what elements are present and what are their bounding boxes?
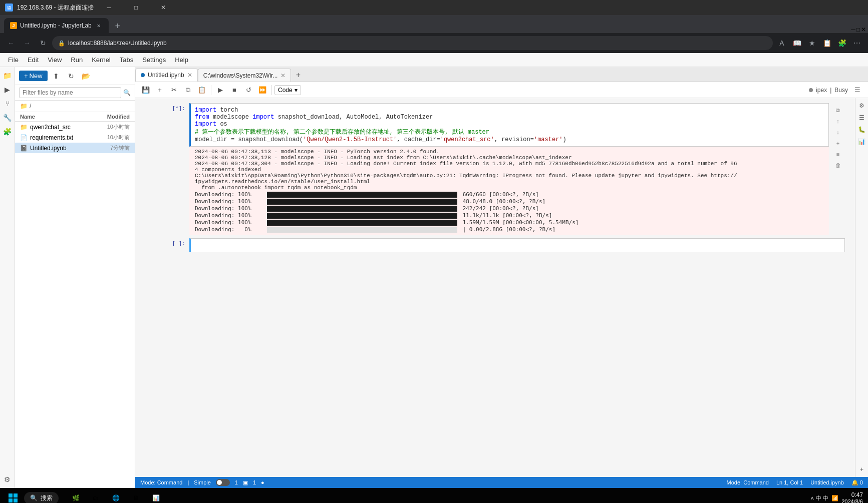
sidebar-ext-icon[interactable]: 🧩 (1, 125, 14, 138)
sidebar-settings-icon[interactable]: ⚙ (1, 473, 14, 486)
nb-tab-untitled[interactable]: Untitled.ipynb ✕ (135, 69, 198, 82)
rdp-maximize[interactable]: □ (125, 0, 148, 15)
browser-tab-active[interactable]: J Untitled.ipynb - JupyterLab ✕ (4, 18, 109, 33)
filter-button[interactable]: ≡ (833, 149, 843, 159)
dl-line-1: Downloading: 100% 660/660 [00:00<?, ?B/s… (195, 191, 825, 198)
interrupt-button[interactable]: ■ (228, 84, 241, 97)
add-below-button[interactable]: + (833, 138, 843, 148)
taskbar-search[interactable]: 🔍 搜索 (24, 492, 59, 504)
mode-indicator: Mode: Command (140, 479, 182, 485)
run-cell-button[interactable]: ▶ (214, 84, 227, 97)
taskbar-time: 0:47 2024/8/6 (841, 491, 863, 503)
date-display: 2024/8/6 (841, 498, 863, 503)
browser-close[interactable]: ✕ (861, 26, 866, 33)
browser-minimize[interactable]: ─ (851, 26, 855, 33)
sidebar-tools-icon[interactable]: 🔧 (1, 111, 14, 124)
address-bar[interactable]: 🔒 localhost:8888/lab/tree/Untitled.ipynb (52, 36, 773, 50)
nb-tab-windows[interactable]: C:\windows\System32\Wir... ✕ (198, 69, 292, 82)
tab-windows-close[interactable]: ✕ (280, 72, 285, 79)
menu-tabs[interactable]: Tabs (116, 55, 137, 65)
delete-cell-button[interactable]: 🗑 (833, 160, 843, 170)
sidebar-run-icon[interactable]: ▶ (1, 83, 14, 96)
notebook-content[interactable]: [*]: import torch from modelscope import… (135, 98, 855, 477)
back-button[interactable]: ← (4, 36, 18, 50)
taskbar-app-2[interactable]: 🗂 (87, 489, 105, 503)
left-sidebar-icons: 📁 ▶ ⑂ 🔧 🧩 ⚙ (0, 67, 15, 488)
file-item-requirements[interactable]: 📄 requirements.txt 10小时前 (15, 132, 135, 143)
notebook-toolbar: 💾 + ✂ ⧉ 📋 ▶ ■ ↺ ⏩ Code ▾ ipex | (135, 82, 868, 98)
restart-button[interactable]: ↺ (242, 84, 255, 97)
copy-cell-button[interactable]: ⧉ (181, 84, 194, 97)
simple-mode-toggle[interactable] (216, 479, 230, 486)
status-filename: Untitled.ipynb (810, 479, 844, 485)
file-item-qwen[interactable]: 📁 qwen2chat_src 10小时前 (15, 122, 135, 132)
cell-type-arrow: ▾ (295, 87, 298, 94)
menu-view[interactable]: View (44, 55, 66, 65)
menu-kernel[interactable]: Kernel (88, 55, 115, 65)
extensions-button[interactable]: 🧩 (835, 36, 849, 50)
taskbar-app-5[interactable]: 📊 (147, 489, 165, 503)
reader-button[interactable]: 📖 (790, 36, 804, 50)
file-item-name: Untitled.ipynb (30, 145, 92, 152)
menu-help[interactable]: Help (171, 55, 192, 65)
browser-actions: A 📖 ★ 📋 🧩 ⋯ (775, 36, 864, 50)
expand-icon[interactable]: + (856, 464, 867, 475)
add-cell-button[interactable]: + (153, 84, 166, 97)
reload-button[interactable]: ↻ (36, 36, 50, 50)
debug-icon[interactable]: 🐛 (856, 124, 867, 135)
favorites-button[interactable]: ★ (805, 36, 819, 50)
properties-icon[interactable]: ⚙ (856, 100, 867, 111)
cell-1-input[interactable]: import torch from modelscope import snap… (189, 103, 829, 147)
kernel-name: ipex (816, 87, 827, 94)
sidebar-git-icon[interactable]: ⑂ (1, 97, 14, 110)
cell-2-body (189, 238, 845, 252)
taskbar-app-3[interactable]: 🌐 (107, 489, 125, 503)
taskbar-app-4[interactable]: 🖥 (127, 489, 145, 503)
refresh-button[interactable]: ↻ (65, 70, 78, 83)
simple-toggle[interactable]: Simple (194, 479, 211, 485)
cell-count: 1 (235, 479, 238, 485)
taskbar-app-1[interactable]: 🌿 (67, 489, 85, 503)
more-button[interactable]: ⋯ (850, 36, 864, 50)
browser-maximize[interactable]: □ (856, 26, 860, 33)
kernel-menu-button[interactable]: ☰ (851, 84, 864, 97)
tab-untitled-close[interactable]: ✕ (187, 72, 192, 79)
cell-type-selector[interactable]: Code ▾ (274, 85, 301, 95)
menu-settings[interactable]: Settings (138, 55, 170, 65)
sidebar-files-icon[interactable]: 📁 (1, 69, 14, 82)
filter-input[interactable] (19, 87, 121, 98)
paste-cell-button[interactable]: 📋 (195, 84, 208, 97)
collections-button[interactable]: 📋 (820, 36, 834, 50)
translate-button[interactable]: A (775, 36, 789, 50)
tab-close[interactable]: ✕ (95, 22, 103, 30)
restart-run-button[interactable]: ⏩ (256, 84, 269, 97)
add-tab-button[interactable]: + (291, 69, 305, 82)
cut-cell-button[interactable]: ✂ (167, 84, 180, 97)
kernel-status-dot (809, 88, 813, 92)
toc-icon[interactable]: ☰ (856, 112, 867, 123)
ln-col: Ln 1, Col 1 (776, 479, 803, 485)
rdp-close[interactable]: ✕ (152, 0, 175, 15)
menu-file[interactable]: File (4, 55, 23, 65)
notebook-tabbar: Untitled.ipynb ✕ C:\windows\System32\Wir… (135, 67, 868, 82)
copy-output-button[interactable]: ⧉ (833, 105, 843, 115)
kernel-busy: Busy (834, 87, 848, 94)
menu-run[interactable]: Run (67, 55, 87, 65)
file-item-untitled[interactable]: 📓 Untitled.ipynb 7分钟前 (15, 143, 135, 153)
save-button[interactable]: 💾 (139, 84, 152, 97)
notification-bell[interactable]: 🔔 0 (851, 479, 863, 486)
upload-button[interactable]: ⬆ (50, 70, 63, 83)
forward-button[interactable]: → (20, 36, 34, 50)
performance-icon[interactable]: 📊 (856, 136, 867, 147)
menu-edit[interactable]: Edit (24, 55, 43, 65)
rdp-minimize[interactable]: ─ (98, 0, 121, 15)
new-tab-button[interactable]: + (111, 19, 125, 33)
cell-2-input[interactable] (189, 238, 845, 252)
notebook-item-icon: 📓 (20, 145, 28, 152)
new-file-button[interactable]: + New (19, 71, 48, 81)
new-folder-button[interactable]: 📂 (80, 70, 93, 83)
start-button[interactable] (5, 490, 21, 503)
move-down-button[interactable]: ↓ (833, 127, 843, 137)
file-filter: 🔍 (15, 85, 135, 101)
move-up-button[interactable]: ↑ (833, 116, 843, 126)
